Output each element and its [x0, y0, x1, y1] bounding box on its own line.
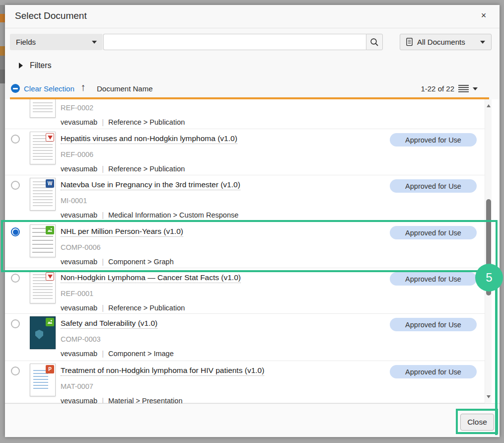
document-thumbnail[interactable]: [30, 271, 56, 303]
modal-header: Select Document ×: [5, 5, 500, 28]
minus-circle-icon: [11, 84, 20, 93]
document-row[interactable]: NHL per Million Person-Years (v1.0)COMP-…: [5, 222, 485, 268]
document-row[interactable]: Safety and Tolerability (v1.0)COMP-0003v…: [5, 314, 485, 361]
document-info: NHL per Million Person-Years (v1.0)COMP-…: [61, 222, 385, 266]
meta-separator: |: [102, 350, 104, 358]
document-thumbnail[interactable]: [30, 316, 56, 349]
scrollbar-thumb[interactable]: [486, 199, 491, 295]
clear-selection-link[interactable]: Clear Selection: [11, 84, 74, 93]
modal-title: Select Document: [15, 10, 87, 21]
document-category: Material > Presentation: [108, 397, 183, 403]
expand-caret-icon: [19, 63, 23, 69]
document-number: COMP-0006: [61, 243, 385, 251]
document-meta: vevasumab|Reference > Publication: [61, 165, 385, 173]
product-name: vevasumab: [61, 211, 97, 219]
thumbnail-text-lines: [33, 102, 53, 114]
product-name: vevasumab: [61, 304, 97, 312]
status-badge: Approved for Use: [390, 133, 477, 147]
document-info: REF-0002vevasumab|Reference > Publicatio…: [61, 99, 385, 126]
document-number: MI-0001: [61, 197, 385, 205]
document-meta: vevasumab|Reference > Publication: [61, 118, 385, 126]
close-icon[interactable]: ×: [478, 9, 490, 21]
document-number: COMP-0003: [61, 335, 385, 343]
dimmed-page-right: [500, 5, 504, 437]
document-title-link[interactable]: Safety and Tolerability (v1.0): [61, 319, 157, 329]
close-button[interactable]: Close: [460, 414, 494, 431]
document-row[interactable]: Hepatitis viruses and non-Hodgkin lympho…: [5, 129, 485, 175]
document-meta: vevasumab|Medical Information > Custom R…: [61, 211, 385, 219]
document-title-link[interactable]: NHL per Million Person-Years (v1.0): [61, 227, 183, 237]
scroll-up-arrow-icon[interactable]: [487, 103, 491, 107]
product-name: vevasumab: [61, 350, 97, 358]
filters-toggle[interactable]: Filters: [19, 60, 52, 71]
document-row[interactable]: Non-Hodgkin Lymphoma — Cancer Stat Facts…: [5, 268, 485, 314]
search-button[interactable]: [366, 34, 383, 50]
chevron-down-icon: [92, 41, 97, 44]
document-number: REF-0006: [61, 150, 385, 158]
clear-selection-label: Clear Selection: [24, 84, 74, 93]
document-title-link[interactable]: Treatment of non-Hodgkin lymphoma for HI…: [61, 366, 264, 376]
radio-button[interactable]: [11, 274, 20, 283]
meta-separator: |: [102, 304, 104, 312]
document-meta: vevasumab|Material > Presentation: [61, 397, 385, 403]
powerpoint-icon: P: [46, 365, 54, 373]
search-input[interactable]: [103, 34, 366, 50]
document-category: Component > Image: [108, 350, 174, 358]
fields-dropdown-label: Fields: [16, 38, 36, 46]
dimmed-page-top: [0, 0, 504, 5]
sort-field-label[interactable]: Document Name: [97, 84, 153, 93]
dimmed-page-bottom: [0, 437, 504, 443]
modal-footer: Close: [5, 403, 500, 437]
document-category: Reference > Publication: [108, 118, 185, 126]
document-info: Natevba Use in Pregnancy in the 3rd trim…: [61, 175, 385, 219]
document-category: Reference > Publication: [108, 304, 185, 312]
search-icon: [370, 38, 379, 47]
document-thumbnail[interactable]: W: [30, 178, 56, 211]
radio-button[interactable]: [11, 319, 20, 328]
scrollbar[interactable]: [485, 99, 492, 403]
status-badge: Approved for Use: [390, 226, 477, 239]
document-number: MAT-0007: [61, 382, 385, 390]
document-thumbnail[interactable]: P: [30, 364, 56, 396]
sort-ascending-icon[interactable]: ↑: [80, 81, 86, 93]
search-toolbar: Fields All Documents: [5, 34, 500, 50]
scroll-down-arrow-icon[interactable]: [487, 395, 491, 399]
document-category: Medical Information > Custom Response: [108, 211, 238, 219]
document-meta: vevasumab|Component > Image: [61, 350, 385, 358]
fields-dropdown[interactable]: Fields: [10, 34, 103, 50]
radio-button[interactable]: [11, 135, 20, 144]
pdf-icon: [46, 133, 54, 142]
document-title-link[interactable]: Hepatitis viruses and non-Hodgkin lympho…: [61, 134, 237, 144]
document-list: REF-0002vevasumab|Reference > Publicatio…: [5, 99, 485, 403]
document-info: Non-Hodgkin Lymphoma — Cancer Stat Facts…: [61, 268, 385, 312]
backdrop-segment: [0, 46, 5, 56]
document-meta: vevasumab|Component > Graph: [61, 258, 385, 266]
meta-separator: |: [102, 397, 104, 403]
document-thumbnail[interactable]: [30, 132, 56, 164]
document-thumbnail[interactable]: [30, 99, 56, 118]
radio-button[interactable]: [11, 181, 20, 190]
backdrop-segment: [0, 22, 5, 46]
dimmed-page-left: [0, 5, 5, 437]
document-title-link[interactable]: Natevba Use in Pregnancy in the 3rd trim…: [61, 180, 240, 190]
search-group: [103, 34, 383, 50]
document-row[interactable]: WNatevba Use in Pregnancy in the 3rd tri…: [5, 175, 485, 222]
chevron-down-icon: [480, 41, 485, 44]
status-badge: Approved for Use: [390, 365, 477, 378]
radio-button[interactable]: [11, 227, 20, 236]
view-options-caret-icon[interactable]: [473, 87, 478, 90]
pdf-icon: [46, 272, 54, 281]
shield-graphic: [35, 330, 43, 339]
document-title-link[interactable]: Non-Hodgkin Lymphoma — Cancer Stat Facts…: [61, 273, 241, 283]
result-range: 1-22 of 22: [421, 84, 454, 93]
select-document-modal: Select Document × Fields All D: [5, 5, 500, 437]
all-documents-dropdown[interactable]: All Documents: [400, 34, 492, 50]
status-badge: Approved for Use: [390, 179, 477, 193]
product-name: vevasumab: [61, 165, 97, 173]
radio-button[interactable]: [11, 367, 20, 375]
meta-separator: |: [102, 165, 104, 173]
document-row[interactable]: PTreatment of non-Hodgkin lymphoma for H…: [5, 361, 485, 403]
document-thumbnail[interactable]: [30, 224, 56, 257]
document-row[interactable]: REF-0002vevasumab|Reference > Publicatio…: [5, 99, 485, 129]
list-view-icon[interactable]: [458, 85, 469, 92]
